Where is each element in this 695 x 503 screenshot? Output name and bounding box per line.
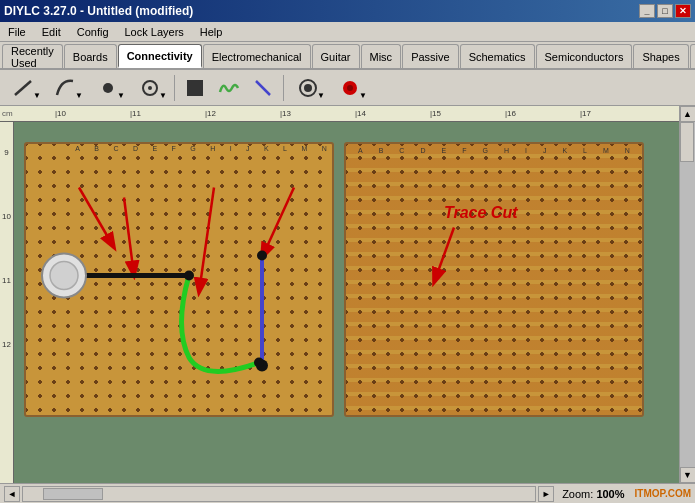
tab-guitar[interactable]: Guitar: [312, 44, 360, 68]
menu-file[interactable]: File: [4, 25, 30, 39]
zoom-value: 100%: [596, 488, 624, 500]
scrollbar-thumb-h[interactable]: [43, 488, 103, 500]
red-dot-tool-button[interactable]: ▼: [330, 73, 370, 103]
maximize-button[interactable]: □: [657, 4, 673, 18]
menu-help[interactable]: Help: [196, 25, 227, 39]
menu-edit[interactable]: Edit: [38, 25, 65, 39]
tab-misc[interactable]: Misc: [361, 44, 402, 68]
tab-recently-used[interactable]: Recently Used: [2, 44, 63, 68]
menu-bar: File Edit Config Lock Layers Help: [0, 22, 695, 42]
svg-point-1: [103, 83, 113, 93]
breadboard-right: ABCDEFGHIJKLMN: [344, 142, 644, 417]
svg-point-3: [148, 86, 152, 90]
svg-point-7: [304, 84, 312, 92]
tab-tubes[interactable]: Tubes: [690, 44, 695, 68]
toolbar: ▼ ▼ ▼ ▼ ▼ ▼: [0, 70, 695, 106]
svg-line-5: [256, 81, 270, 95]
breadboard-left: // This will be rendered as static HTML: [24, 142, 334, 417]
main-area: cm |10 |11 |12 |13 |14 |15 |16 |17 9 10 …: [0, 106, 695, 483]
minimize-button[interactable]: _: [639, 4, 655, 18]
scrollbar-thumb-v[interactable]: [680, 122, 694, 162]
dot-tool-button[interactable]: ▼: [88, 73, 128, 103]
close-button[interactable]: ✕: [675, 4, 691, 18]
tab-shapes[interactable]: Shapes: [633, 44, 688, 68]
zoom-label: Zoom:: [562, 488, 596, 500]
canvas-content[interactable]: Trace Cut // This will be rendered as st…: [14, 122, 679, 483]
svg-rect-4: [187, 80, 203, 96]
tab-connectivity[interactable]: Connectivity: [118, 44, 202, 68]
scroll-right-button[interactable]: ►: [538, 486, 554, 502]
ruler-vertical: 9 10 11 12: [0, 122, 14, 483]
tab-semiconductors[interactable]: Semiconductors: [536, 44, 633, 68]
svg-line-0: [15, 81, 31, 95]
tab-boards[interactable]: Boards: [64, 44, 117, 68]
scrollbar-horizontal[interactable]: [22, 486, 536, 502]
menu-config[interactable]: Config: [73, 25, 113, 39]
scrollbar-track-v: [680, 122, 695, 467]
itmop-brand: ITMOP.COM: [635, 488, 691, 499]
svg-point-9: [347, 85, 353, 91]
toolbar-separator-1: [174, 75, 175, 101]
tab-bar: Recently Used Boards Connectivity Electr…: [0, 42, 695, 70]
scrollbar-vertical[interactable]: ▲ ▼: [679, 106, 695, 483]
status-bar: ◄ ► Zoom: 100% ITMOP.COM: [0, 483, 695, 503]
scroll-left-button[interactable]: ◄: [4, 486, 20, 502]
square-tool-button[interactable]: [179, 73, 211, 103]
wave-tool-button[interactable]: [213, 73, 245, 103]
tab-electromechanical[interactable]: Electromechanical: [203, 44, 311, 68]
title-bar: DIYLC 3.27.0 - Untitled (modified) _ □ ✕: [0, 0, 695, 22]
title-bar-buttons: _ □ ✕: [639, 4, 691, 18]
record-tool-button[interactable]: ▼: [288, 73, 328, 103]
tab-passive[interactable]: Passive: [402, 44, 459, 68]
menu-lock-layers[interactable]: Lock Layers: [121, 25, 188, 39]
canvas-wrapper[interactable]: cm |10 |11 |12 |13 |14 |15 |16 |17 9 10 …: [0, 106, 695, 483]
scroll-down-button[interactable]: ▼: [680, 467, 696, 483]
scroll-up-button[interactable]: ▲: [680, 106, 696, 122]
circle-tool-button[interactable]: ▼: [130, 73, 170, 103]
app-title: DIYLC 3.27.0 - Untitled (modified): [4, 4, 193, 18]
diagonal-tool-button[interactable]: [247, 73, 279, 103]
line-tool-button[interactable]: ▼: [4, 73, 44, 103]
toolbar-separator-2: [283, 75, 284, 101]
curve-tool-button[interactable]: ▼: [46, 73, 86, 103]
tab-schematics[interactable]: Schematics: [460, 44, 535, 68]
ruler-horizontal: cm |10 |11 |12 |13 |14 |15 |16 |17: [0, 106, 679, 122]
